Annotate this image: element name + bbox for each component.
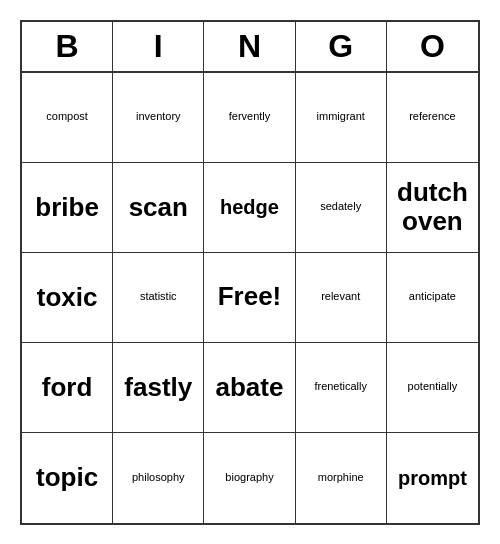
- header-letter: B: [22, 22, 113, 71]
- cell-text: scan: [129, 193, 188, 222]
- cell-text: toxic: [37, 283, 98, 312]
- cell-text: relevant: [321, 290, 360, 303]
- bingo-header: BINGO: [22, 22, 478, 73]
- bingo-cell-1-0: bribe: [22, 163, 113, 253]
- bingo-cell-4-4: prompt: [387, 433, 478, 523]
- cell-text: frenetically: [314, 380, 367, 393]
- bingo-grid: compostinventoryferventlyimmigrantrefere…: [22, 73, 478, 523]
- cell-text: sedately: [320, 200, 361, 213]
- bingo-cell-1-4: dutch oven: [387, 163, 478, 253]
- bingo-cell-0-1: inventory: [113, 73, 204, 163]
- bingo-cell-2-4: anticipate: [387, 253, 478, 343]
- bingo-cell-2-0: toxic: [22, 253, 113, 343]
- header-letter: I: [113, 22, 204, 71]
- cell-text: Free!: [218, 281, 282, 312]
- cell-text: compost: [46, 110, 88, 123]
- bingo-cell-1-2: hedge: [204, 163, 295, 253]
- bingo-cell-3-1: fastly: [113, 343, 204, 433]
- cell-text: topic: [36, 463, 98, 492]
- cell-text: immigrant: [317, 110, 365, 123]
- cell-text: bribe: [35, 193, 99, 222]
- cell-text: ford: [42, 373, 93, 402]
- bingo-cell-3-2: abate: [204, 343, 295, 433]
- bingo-cell-2-3: relevant: [296, 253, 387, 343]
- cell-text: inventory: [136, 110, 181, 123]
- bingo-cell-4-2: biography: [204, 433, 295, 523]
- bingo-cell-0-0: compost: [22, 73, 113, 163]
- cell-text: morphine: [318, 471, 364, 484]
- cell-text: dutch oven: [391, 178, 474, 235]
- bingo-card: BINGO compostinventoryferventlyimmigrant…: [20, 20, 480, 525]
- cell-text: hedge: [220, 195, 279, 219]
- bingo-cell-0-4: reference: [387, 73, 478, 163]
- header-letter: O: [387, 22, 478, 71]
- cell-text: philosophy: [132, 471, 185, 484]
- bingo-cell-3-3: frenetically: [296, 343, 387, 433]
- bingo-cell-2-2: Free!: [204, 253, 295, 343]
- bingo-cell-4-3: morphine: [296, 433, 387, 523]
- cell-text: statistic: [140, 290, 177, 303]
- cell-text: prompt: [398, 466, 467, 490]
- cell-text: anticipate: [409, 290, 456, 303]
- bingo-cell-1-1: scan: [113, 163, 204, 253]
- cell-text: potentially: [408, 380, 458, 393]
- bingo-cell-0-3: immigrant: [296, 73, 387, 163]
- bingo-cell-3-4: potentially: [387, 343, 478, 433]
- bingo-cell-4-0: topic: [22, 433, 113, 523]
- bingo-cell-4-1: philosophy: [113, 433, 204, 523]
- bingo-cell-1-3: sedately: [296, 163, 387, 253]
- bingo-cell-0-2: fervently: [204, 73, 295, 163]
- cell-text: reference: [409, 110, 455, 123]
- cell-text: abate: [216, 373, 284, 402]
- header-letter: G: [296, 22, 387, 71]
- cell-text: fervently: [229, 110, 271, 123]
- cell-text: fastly: [124, 373, 192, 402]
- cell-text: biography: [225, 471, 273, 484]
- bingo-cell-2-1: statistic: [113, 253, 204, 343]
- header-letter: N: [204, 22, 295, 71]
- bingo-cell-3-0: ford: [22, 343, 113, 433]
